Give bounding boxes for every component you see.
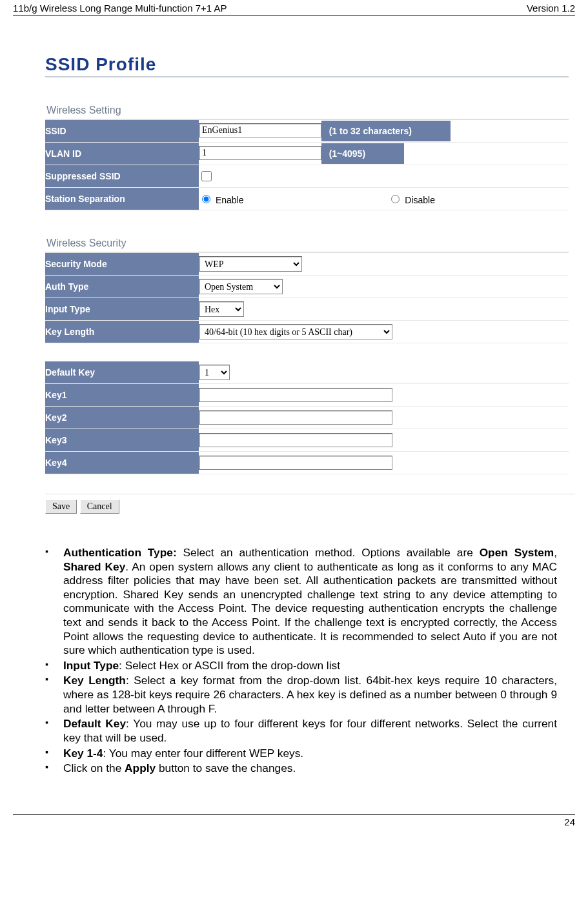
auth-type-select[interactable]: Open System: [199, 279, 283, 294]
security-mode-select[interactable]: WEP: [199, 256, 302, 272]
row-input-type: Input Type Hex: [45, 298, 569, 321]
ssid-input[interactable]: [199, 123, 321, 137]
key1-input[interactable]: [199, 388, 392, 402]
note-key-length: Key Length: Select a key format from the…: [31, 674, 557, 716]
key1-label: Key1: [45, 384, 199, 407]
key4-label: Key4: [45, 452, 199, 474]
station-sep-disable-radio[interactable]: [391, 195, 400, 203]
note-input-type: Input Type: Select Hex or ASCII from the…: [31, 659, 557, 673]
key2-input[interactable]: [199, 410, 392, 425]
vlan-label: VLAN ID: [45, 143, 199, 165]
key3-label: Key3: [45, 429, 199, 452]
cancel-button[interactable]: Cancel: [80, 500, 119, 514]
station-sep-enable-radio[interactable]: [202, 195, 210, 203]
note-default-key: Default Key: You may use up to four diff…: [31, 717, 557, 745]
row-key-length: Key Length 40/64-bit (10 hex digits or 5…: [45, 321, 569, 343]
ssid-label: SSID: [45, 120, 199, 143]
input-type-select[interactable]: Hex: [199, 301, 244, 317]
suppressed-ssid-label: Suppressed SSID: [45, 165, 199, 188]
save-button[interactable]: Save: [45, 500, 77, 514]
note-auth-type: Authentication Type: Select an authentic…: [31, 546, 557, 658]
title-rule: [45, 76, 569, 77]
wireless-security-heading: Wireless Security: [45, 235, 569, 253]
row-default-key: Default Key 1: [45, 361, 569, 384]
station-sep-disable-label: Disable: [405, 195, 435, 205]
key2-label: Key2: [45, 407, 199, 429]
page-number: 24: [564, 816, 575, 827]
row-key4: Key4: [45, 452, 569, 474]
ssid-hint: (1 to 32 characters): [321, 121, 451, 141]
security-mode-label: Security Mode: [45, 253, 199, 276]
default-key-label: Default Key: [45, 361, 199, 384]
row-key3: Key3: [45, 429, 569, 452]
key-length-label: Key Length: [45, 321, 199, 343]
note-key-1-4: Key 1-4: You may enter four different WE…: [31, 747, 557, 761]
station-sep-enable-label: Enable: [216, 195, 244, 205]
station-separation-label: Station Separation: [45, 188, 199, 210]
row-ssid: SSID (1 to 32 characters): [45, 120, 569, 143]
default-key-select[interactable]: 1: [199, 365, 230, 380]
doc-header-right: Version 1.2: [527, 3, 575, 14]
key3-input[interactable]: [199, 433, 392, 447]
row-key1: Key1: [45, 384, 569, 407]
row-key2: Key2: [45, 407, 569, 429]
vlan-hint: (1~4095): [321, 143, 404, 164]
row-security-mode: Security Mode WEP: [45, 253, 569, 276]
page-title: SSID Profile: [45, 54, 569, 75]
note-apply: Click on the Apply button to save the ch…: [31, 762, 557, 776]
row-auth-type: Auth Type Open System: [45, 276, 569, 298]
vlan-input[interactable]: [199, 146, 321, 160]
doc-header-left: 11b/g Wireless Long Range Multi-function…: [13, 3, 227, 14]
input-type-label: Input Type: [45, 298, 199, 321]
key4-input[interactable]: [199, 456, 392, 470]
row-station-separation: Station Separation Enable Disable: [45, 188, 569, 210]
key-length-select[interactable]: 40/64-bit (10 hex digits or 5 ASCII char…: [199, 324, 392, 339]
suppressed-ssid-checkbox[interactable]: [201, 171, 212, 181]
wireless-setting-heading: Wireless Setting: [45, 102, 569, 120]
auth-type-label: Auth Type: [45, 276, 199, 298]
row-suppressed-ssid: Suppressed SSID: [45, 165, 569, 188]
row-vlan: VLAN ID (1~4095): [45, 143, 569, 165]
